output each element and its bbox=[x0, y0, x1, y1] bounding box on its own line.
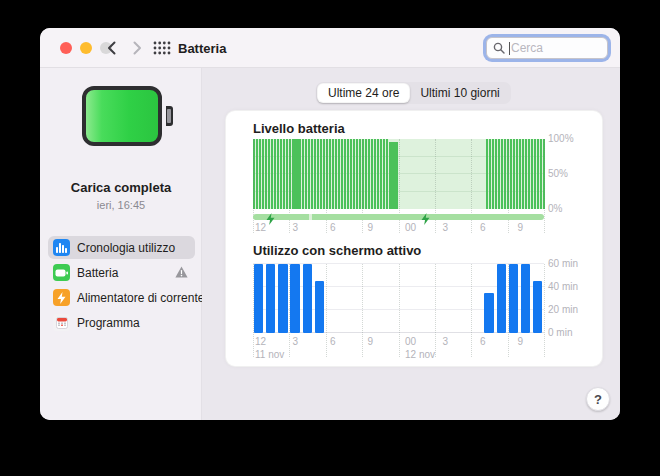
screen-usage-bar bbox=[315, 281, 324, 333]
battery-level-bar bbox=[513, 139, 515, 209]
battery-level-bar bbox=[320, 139, 322, 209]
calendar-icon bbox=[53, 314, 70, 331]
x-tick-label: 9 bbox=[368, 222, 374, 233]
battery-level-bar bbox=[537, 139, 539, 209]
full-green-battery-icon bbox=[82, 86, 162, 146]
battery-level-bar bbox=[286, 139, 288, 209]
battery-level-bar bbox=[305, 139, 307, 209]
back-button[interactable] bbox=[99, 36, 123, 60]
x-tick-label: 9 bbox=[518, 222, 524, 233]
battery-level-bar bbox=[338, 139, 340, 209]
x-tick-label: 12 bbox=[255, 222, 266, 233]
sidebar: Carica completa ieri, 16:45 Cronologia u… bbox=[40, 68, 202, 420]
minimize-button[interactable] bbox=[80, 42, 92, 54]
battery-level-bar bbox=[362, 139, 364, 209]
show-all-grid-icon[interactable] bbox=[153, 41, 171, 55]
screen-usage-chart-title: Utilizzo con schermo attivo bbox=[253, 243, 421, 258]
search-field[interactable] bbox=[486, 37, 608, 59]
x-tick-label: 00 bbox=[405, 222, 416, 233]
battery-level-bar bbox=[395, 142, 397, 209]
sidebar-item-alimentatore-di-corrente[interactable]: Alimentatore di corrente bbox=[48, 286, 195, 309]
battery-level-chart-title: Livello batteria bbox=[253, 121, 345, 136]
battery-level-bar bbox=[259, 139, 261, 209]
sidebar-item-programma[interactable]: Programma bbox=[48, 311, 195, 334]
battery-level-bar bbox=[371, 139, 373, 209]
battery-level-bar bbox=[268, 139, 270, 209]
sidebar-item-batteria[interactable]: Batteria bbox=[48, 261, 195, 284]
charts-card: Livello batteria 1236900369 100%50%0% Ut… bbox=[225, 110, 603, 367]
warning-icon bbox=[175, 264, 188, 282]
screen-usage-bar bbox=[303, 264, 312, 333]
battery-level-bar bbox=[531, 139, 533, 209]
forward-button[interactable] bbox=[125, 36, 149, 60]
battery-level-bar bbox=[380, 139, 382, 209]
battery-level-bar bbox=[332, 139, 334, 209]
y-tick-label: 50% bbox=[548, 168, 600, 179]
battery-level-bar bbox=[256, 139, 258, 209]
day-label: 11 nov bbox=[255, 349, 284, 360]
battery-level-bar bbox=[314, 139, 316, 209]
sidebar-item-label: Programma bbox=[77, 316, 195, 330]
sidebar-item-cronologia-utilizzo[interactable]: Cronologia utilizzo bbox=[48, 236, 195, 259]
screen-usage-bar bbox=[497, 264, 506, 333]
battery-status-timestamp: ieri, 16:45 bbox=[40, 199, 202, 211]
x-tick-label: 3 bbox=[293, 336, 299, 347]
battery-level-bar bbox=[489, 139, 491, 209]
sidebar-item-label: Cronologia utilizzo bbox=[77, 241, 195, 255]
battery-level-bar bbox=[311, 139, 313, 209]
battery-level-bar bbox=[359, 139, 361, 209]
battery-level-bar bbox=[289, 139, 291, 209]
y-tick-label: 40 min bbox=[548, 281, 600, 292]
battery-level-bar bbox=[492, 139, 494, 209]
battery-level-bar bbox=[368, 139, 370, 209]
battery-level-bar bbox=[516, 139, 518, 209]
battery-icon bbox=[53, 264, 70, 281]
sidebar-nav-list: Cronologia utilizzoBatteriaAlimentatore … bbox=[48, 236, 195, 336]
battery-level-bar bbox=[501, 139, 503, 209]
x-tick-label: 6 bbox=[480, 222, 486, 233]
search-input[interactable] bbox=[511, 41, 591, 55]
battery-level-bar bbox=[540, 139, 542, 209]
y-tick-label: 0% bbox=[548, 203, 600, 214]
battery-level-bar bbox=[525, 139, 527, 209]
tab-ultime-24-ore[interactable]: Ultime 24 ore bbox=[317, 83, 410, 103]
battery-level-bar bbox=[274, 139, 276, 209]
battery-level-bar bbox=[347, 139, 349, 209]
x-tick-label: 12 bbox=[255, 336, 266, 347]
battery-level-bar bbox=[283, 139, 285, 209]
battery-level-bar bbox=[302, 139, 304, 209]
battery-level-bar bbox=[389, 142, 391, 209]
battery-level-bar bbox=[308, 139, 310, 209]
x-tick-label: 6 bbox=[480, 336, 486, 347]
battery-level-bar bbox=[543, 139, 545, 209]
y-tick-label: 0 min bbox=[548, 327, 600, 338]
battery-level-bar bbox=[507, 139, 509, 209]
x-tick-label: 3 bbox=[443, 222, 449, 233]
screen-usage-bar bbox=[266, 264, 275, 333]
battery-level-bar bbox=[265, 139, 267, 209]
battery-level-bar bbox=[280, 139, 282, 209]
desktop-background: Batteria Carica completa ieri, 16:45 Cro… bbox=[0, 0, 660, 476]
tab-ultimi-10-giorni[interactable]: Ultimi 10 giorni bbox=[410, 83, 509, 103]
help-button[interactable]: ? bbox=[586, 387, 610, 411]
battery-level-bar bbox=[317, 139, 319, 209]
x-tick-label: 6 bbox=[330, 222, 336, 233]
battery-level-bar bbox=[377, 139, 379, 209]
screen-usage-bar bbox=[278, 264, 287, 333]
battery-level-bar bbox=[329, 139, 331, 209]
battery-preferences-window: Batteria Carica completa ieri, 16:45 Cro… bbox=[40, 28, 620, 420]
bar-chart-icon bbox=[53, 239, 70, 256]
forward-icon bbox=[133, 41, 142, 55]
battery-level-bar bbox=[277, 139, 279, 209]
battery-level-x-axis: 1236900369 bbox=[253, 222, 553, 234]
close-button[interactable] bbox=[60, 42, 72, 54]
x-tick-label: 6 bbox=[330, 336, 336, 347]
screen-usage-bar bbox=[533, 281, 542, 333]
y-tick-label: 20 min bbox=[548, 304, 600, 315]
text-cursor bbox=[509, 42, 510, 55]
x-tick-label: 3 bbox=[293, 222, 299, 233]
sidebar-item-label: Batteria bbox=[77, 266, 175, 280]
battery-level-plot bbox=[253, 139, 544, 209]
screen-usage-bar bbox=[290, 264, 299, 333]
battery-level-bar bbox=[350, 139, 352, 209]
